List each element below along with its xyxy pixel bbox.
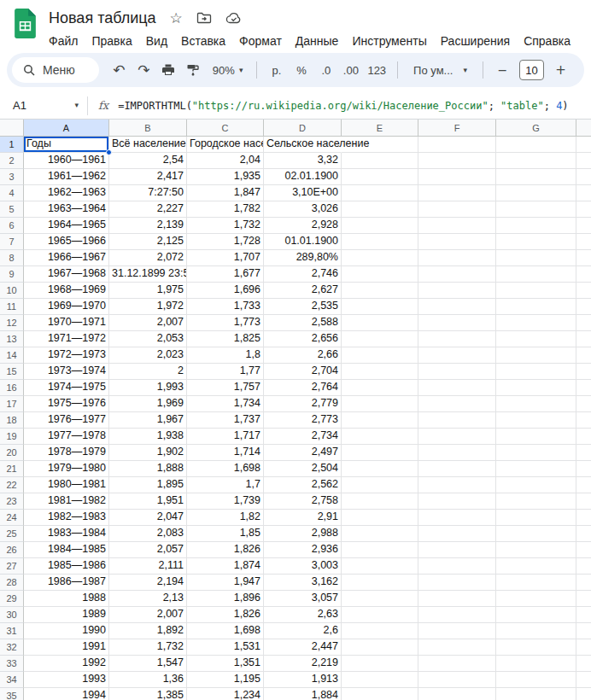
cell-E8[interactable] [342,250,418,266]
cell-C7[interactable]: 1,728 [187,234,264,250]
cell-D24[interactable]: 2,91 [264,510,342,526]
row-header-28[interactable]: 28 [0,575,24,591]
cell-B33[interactable]: 1,547 [109,656,187,672]
cell-B16[interactable]: 1,993 [109,380,187,396]
cell-B11[interactable]: 1,972 [109,299,187,315]
row-header-23[interactable]: 23 [0,493,24,510]
row-header-29[interactable]: 29 [0,591,24,607]
cell-A17[interactable]: 1975—1976 [24,396,109,412]
cell-H13[interactable] [576,331,591,347]
cell-G15[interactable] [496,364,576,380]
select-all-corner[interactable] [0,120,24,137]
cell-A12[interactable]: 1970—1971 [24,315,109,331]
cell-D27[interactable]: 3,003 [264,558,342,575]
cell-G32[interactable] [496,639,576,656]
cell-H29[interactable] [576,591,591,607]
increase-font-size-button[interactable]: + [549,58,572,82]
cell-A11[interactable]: 1969—1970 [24,299,109,315]
cell-F14[interactable] [418,347,496,364]
row-header-14[interactable]: 14 [0,347,24,364]
column-header-A[interactable]: A [24,120,109,137]
cell-G12[interactable] [496,315,576,331]
cell-C5[interactable]: 1,782 [187,201,264,218]
cell-H4[interactable] [576,185,591,201]
cell-C19[interactable]: 1,717 [187,429,264,445]
cell-H20[interactable] [576,445,591,461]
cell-D22[interactable]: 2,562 [264,477,342,493]
cell-C29[interactable]: 1,896 [187,591,264,607]
cell-H18[interactable] [576,412,591,429]
cell-H16[interactable] [576,380,591,396]
undo-button[interactable]: ↶ [108,58,131,82]
cell-D11[interactable]: 2,535 [264,299,342,315]
cell-G6[interactable] [496,218,576,234]
cell-F31[interactable] [418,623,496,639]
cell-H9[interactable] [576,266,591,283]
star-icon[interactable]: ☆ [170,11,183,26]
cell-C2[interactable]: 2,04 [187,153,264,169]
cell-A24[interactable]: 1982—1983 [24,510,109,526]
cell-F12[interactable] [418,315,496,331]
cell-G21[interactable] [496,461,576,477]
cell-D32[interactable]: 2,447 [264,639,342,656]
cell-F24[interactable] [418,510,496,526]
cell-C12[interactable]: 1,773 [187,315,264,331]
cell-D9[interactable]: 2,746 [264,266,342,283]
cell-G14[interactable] [496,347,576,364]
cell-B17[interactable]: 1,969 [109,396,187,412]
cell-E18[interactable] [342,412,418,429]
cell-C15[interactable]: 1,77 [187,364,264,380]
cell-A28[interactable]: 1986—1987 [24,575,109,591]
row-header-27[interactable]: 27 [0,558,24,575]
more-formats-button[interactable]: 123 [364,58,389,82]
cell-H35[interactable] [576,688,591,700]
cell-A23[interactable]: 1981—1982 [24,493,109,510]
cell-G25[interactable] [496,526,576,542]
cell-A10[interactable]: 1968—1969 [24,283,109,299]
cell-G26[interactable] [496,542,576,558]
cell-D7[interactable]: 01.01.1900 [264,234,342,250]
cell-H5[interactable] [576,201,591,218]
cell-H26[interactable] [576,542,591,558]
menu-tools[interactable]: Инструменты [345,32,433,50]
cell-B15[interactable]: 2 [109,364,187,380]
cell-F33[interactable] [418,656,496,672]
cell-G35[interactable] [496,688,576,700]
cell-H34[interactable] [576,672,591,688]
row-header-11[interactable]: 11 [0,299,24,315]
cell-A3[interactable]: 1961—1962 [24,169,109,185]
cell-D30[interactable]: 2,63 [264,607,342,623]
cell-A34[interactable]: 1993 [24,672,109,688]
cell-F22[interactable] [418,477,496,493]
row-header-7[interactable]: 7 [0,234,24,250]
cell-F20[interactable] [418,445,496,461]
percent-format-button[interactable]: % [290,58,313,82]
cell-E13[interactable] [342,331,418,347]
cell-D2[interactable]: 3,32 [264,153,342,169]
cell-E21[interactable] [342,461,418,477]
cell-F35[interactable] [418,688,496,700]
currency-format-button[interactable]: р. [265,58,288,82]
cell-G4[interactable] [496,185,576,201]
row-header-8[interactable]: 8 [0,250,24,266]
cell-B3[interactable]: 2,417 [109,169,187,185]
cell-C14[interactable]: 1,8 [187,347,264,364]
menu-edit[interactable]: Правка [85,32,138,50]
cell-B12[interactable]: 2,007 [109,315,187,331]
cell-A31[interactable]: 1990 [24,623,109,639]
menu-help[interactable]: Справка [517,32,577,50]
cell-F17[interactable] [418,396,496,412]
cell-F30[interactable] [418,607,496,623]
cell-A29[interactable]: 1988 [24,591,109,607]
cell-C17[interactable]: 1,734 [187,396,264,412]
formula-input[interactable]: =IMPORTHTML("https://ru.wikipedia.org/wi… [118,100,591,112]
cell-B35[interactable]: 1,385 [109,688,187,700]
cell-B13[interactable]: 2,053 [109,331,187,347]
cell-A30[interactable]: 1989 [24,607,109,623]
row-header-2[interactable]: 2 [0,153,24,169]
row-header-26[interactable]: 26 [0,542,24,558]
cell-A9[interactable]: 1967—1968 [24,266,109,283]
document-title[interactable]: Новая таблица [49,9,156,27]
row-header-19[interactable]: 19 [0,429,24,445]
cell-G22[interactable] [496,477,576,493]
